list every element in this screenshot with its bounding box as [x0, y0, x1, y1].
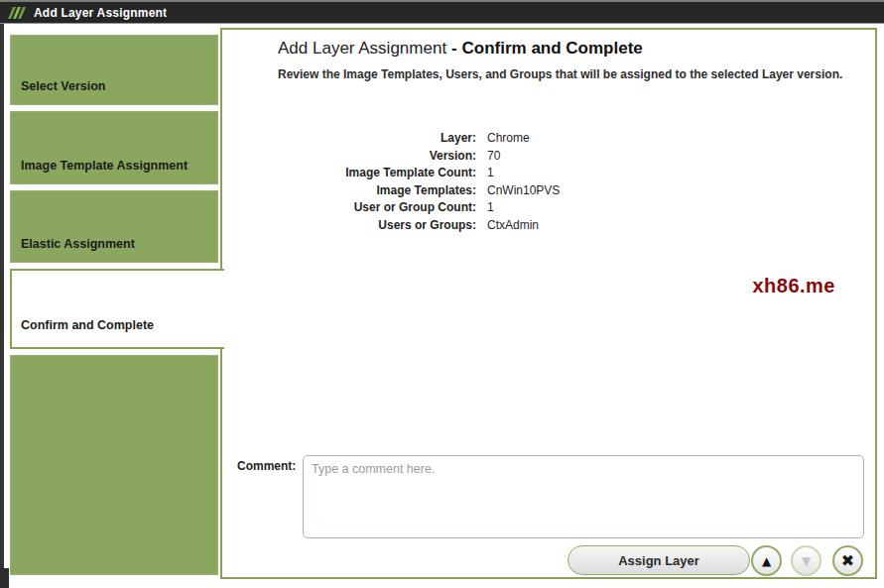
summary-label: Layer: [222, 131, 476, 145]
background-corner [0, 568, 9, 588]
summary-row-users-groups: Users or Groups: CtxAdmin [222, 218, 857, 236]
up-arrow-icon: ▲ [762, 555, 771, 567]
tab-label: Image Template Assignment [21, 159, 188, 173]
summary-value: 1 [487, 200, 494, 214]
assign-layer-button[interactable]: Assign Layer [568, 545, 750, 575]
tab-label: Select Version [21, 79, 105, 93]
summary-row-image-templates: Image Templates: CnWin10PVS [222, 183, 857, 201]
up-arrow-button[interactable]: ▲ [751, 545, 782, 576]
summary-row-version: Version: 70 [222, 149, 857, 167]
summary-label: User or Group Count: [222, 200, 476, 214]
summary-label: Image Template Count: [222, 166, 476, 179]
close-button[interactable]: ✖ [832, 545, 863, 576]
comment-input[interactable] [303, 455, 864, 538]
sidebar-filler-panel [10, 355, 218, 575]
summary-label: Version: [222, 149, 476, 163]
page-title-step: - Confirm and Complete [451, 39, 643, 58]
background-edge [0, 24, 4, 588]
page-title-regular: Add Layer Assignment [278, 39, 446, 58]
summary-row-user-group-count: User or Group Count: 1 [222, 200, 857, 218]
tab-label: Confirm and Complete [21, 318, 154, 332]
page-description: Review the Image Templates, Users, and G… [278, 66, 853, 83]
page-title: Add Layer Assignment- Confirm and Comple… [278, 39, 643, 59]
tab-confirm-and-complete[interactable]: Confirm and Complete [10, 269, 224, 349]
window-titlebar: Add Layer Assignment [0, 0, 884, 24]
tab-select-version[interactable]: Select Version [10, 35, 218, 105]
tab-elastic-assignment[interactable]: Elastic Assignment [10, 190, 218, 263]
wizard-content-panel: Add Layer Assignment- Confirm and Comple… [220, 28, 877, 579]
summary-row-layer: Layer: Chrome [222, 131, 857, 149]
assignment-summary: Layer: Chrome Version: 70 Image Template… [222, 131, 857, 235]
summary-row-image-template-count: Image Template Count: 1 [222, 166, 857, 183]
down-arrow-button[interactable]: ▼ [791, 545, 821, 576]
summary-value: 1 [487, 166, 494, 179]
watermark: xh86.me [752, 275, 835, 297]
down-arrow-icon: ▼ [802, 555, 811, 567]
tab-image-template-assignment[interactable]: Image Template Assignment [10, 111, 218, 184]
summary-value: CtxAdmin [487, 218, 539, 232]
summary-value: Chrome [487, 131, 530, 145]
summary-label: Image Templates: [222, 183, 476, 197]
close-icon: ✖ [841, 553, 854, 569]
summary-label: Users or Groups: [222, 218, 476, 232]
summary-value: CnWin10PVS [487, 183, 560, 197]
window-title: Add Layer Assignment [34, 6, 167, 20]
tab-label: Elastic Assignment [21, 237, 135, 251]
app-layering-logo-icon [7, 5, 27, 21]
comment-label: Comment: [237, 459, 296, 473]
summary-value: 70 [487, 149, 500, 163]
